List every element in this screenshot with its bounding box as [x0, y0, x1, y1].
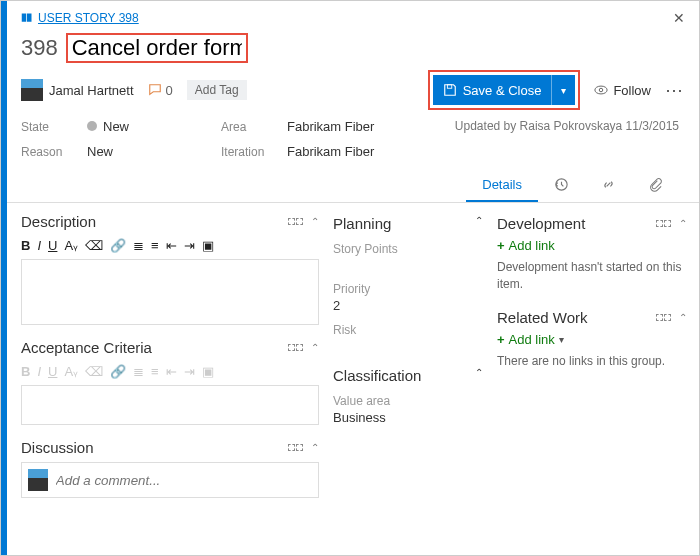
risk-label: Risk: [333, 323, 483, 337]
book-icon: [21, 12, 33, 24]
breadcrumb[interactable]: USER STORY 398: [21, 11, 139, 25]
link-tool-icon[interactable]: 🔗: [110, 364, 126, 379]
title-input[interactable]: [72, 35, 242, 61]
link-tool-icon[interactable]: 🔗: [110, 238, 126, 253]
more-actions-button[interactable]: ⋯: [665, 79, 685, 101]
svg-rect-1: [27, 14, 32, 22]
svg-point-3: [595, 86, 607, 94]
underline-icon[interactable]: U: [48, 364, 57, 379]
development-add-link[interactable]: + Add link: [497, 238, 687, 253]
bold-icon[interactable]: B: [21, 238, 30, 253]
font-icon[interactable]: Aᵧ: [64, 364, 78, 379]
indent-icon[interactable]: ⇥: [184, 364, 195, 379]
discussion-header: Discussion ⌃: [21, 439, 319, 456]
assignee[interactable]: Jamal Hartnett: [21, 79, 134, 101]
acceptance-editor[interactable]: [21, 385, 319, 425]
value-area-label: Value area: [333, 394, 483, 408]
discussion-input[interactable]: [56, 473, 312, 488]
related-add-link[interactable]: + Add link ▾: [497, 332, 687, 347]
outdent-icon[interactable]: ⇤: [166, 364, 177, 379]
assignee-name: Jamal Hartnett: [49, 83, 134, 98]
work-item-id: 398: [21, 35, 58, 61]
close-icon[interactable]: ✕: [673, 10, 685, 26]
story-points-label: Story Points: [333, 242, 483, 256]
updated-by-text: Updated by Raisa Pokrovskaya 11/3/2015: [455, 119, 679, 133]
iteration-value[interactable]: Fabrikam Fiber: [287, 144, 374, 159]
description-toolbar[interactable]: B I U Aᵧ ⌫ 🔗 ≣ ≡ ⇤ ⇥ ▣: [21, 236, 319, 255]
related-empty-text: There are no links in this group.: [497, 353, 687, 370]
development-header: Development ⌃: [497, 215, 687, 232]
acceptance-toolbar[interactable]: B I U Aᵧ ⌫ 🔗 ≣ ≡ ⇤ ⇥ ▣: [21, 362, 319, 381]
area-label: Area: [221, 120, 269, 134]
priority-value[interactable]: 2: [333, 298, 483, 313]
comments-indicator[interactable]: 0: [148, 83, 173, 98]
comment-count: 0: [166, 83, 173, 98]
tab-history[interactable]: [538, 169, 585, 202]
tab-attachments[interactable]: [632, 169, 679, 202]
link-icon: [601, 177, 616, 192]
follow-button[interactable]: Follow: [594, 83, 651, 98]
svg-point-4: [600, 88, 604, 92]
chevron-down-icon: ▾: [559, 334, 564, 345]
bold-icon[interactable]: B: [21, 364, 30, 379]
add-tag-button[interactable]: Add Tag: [187, 80, 247, 100]
number-list-icon[interactable]: ≡: [151, 364, 159, 379]
collapse-icon[interactable]: ⌃: [475, 367, 483, 384]
tab-links[interactable]: [585, 169, 632, 202]
save-icon: [443, 83, 457, 97]
reason-label: Reason: [21, 145, 69, 159]
plus-icon: +: [497, 238, 505, 253]
image-icon[interactable]: ▣: [202, 238, 214, 253]
indent-icon[interactable]: ⇥: [184, 238, 195, 253]
avatar: [21, 79, 43, 101]
state-label: State: [21, 120, 69, 134]
save-and-close-button[interactable]: Save & Close: [433, 75, 552, 105]
breadcrumb-link[interactable]: USER STORY 398: [38, 11, 139, 25]
outdent-icon[interactable]: ⇤: [166, 238, 177, 253]
plus-icon: +: [497, 332, 505, 347]
tab-details[interactable]: Details: [466, 169, 538, 202]
reason-value[interactable]: New: [87, 144, 113, 159]
clear-format-icon[interactable]: ⌫: [85, 364, 103, 379]
bullet-list-icon[interactable]: ≣: [133, 238, 144, 253]
collapse-icon[interactable]: ⌃: [311, 442, 319, 453]
image-icon[interactable]: ▣: [202, 364, 214, 379]
number-list-icon[interactable]: ≡: [151, 238, 159, 253]
description-header: Description ⌃: [21, 213, 319, 230]
state-dot-icon: [87, 121, 97, 131]
svg-rect-0: [22, 14, 27, 22]
italic-icon[interactable]: I: [37, 238, 41, 253]
eye-icon: [594, 83, 608, 97]
save-button-label: Save & Close: [463, 83, 542, 98]
state-value[interactable]: New: [87, 119, 129, 134]
priority-label: Priority: [333, 282, 483, 296]
avatar: [28, 469, 48, 491]
development-empty-text: Development hasn't started on this item.: [497, 259, 687, 293]
classification-header: Classification: [333, 367, 421, 384]
italic-icon[interactable]: I: [37, 364, 41, 379]
save-dropdown-button[interactable]: ▾: [551, 75, 575, 105]
collapse-icon[interactable]: ⌃: [475, 215, 483, 232]
collapse-icon[interactable]: ⌃: [679, 312, 687, 323]
iteration-label: Iteration: [221, 145, 269, 159]
font-icon[interactable]: Aᵧ: [64, 238, 78, 253]
discussion-input-wrap[interactable]: [21, 462, 319, 498]
collapse-icon[interactable]: ⌃: [311, 342, 319, 353]
underline-icon[interactable]: U: [48, 238, 57, 253]
comment-icon: [148, 83, 162, 97]
follow-label: Follow: [613, 83, 651, 98]
area-value[interactable]: Fabrikam Fiber: [287, 119, 374, 134]
collapse-icon[interactable]: ⌃: [311, 216, 319, 227]
acceptance-header: Acceptance Criteria ⌃: [21, 339, 319, 356]
history-icon: [554, 177, 569, 192]
bullet-list-icon[interactable]: ≣: [133, 364, 144, 379]
related-header: Related Work ⌃: [497, 309, 687, 326]
description-editor[interactable]: [21, 259, 319, 325]
clear-format-icon[interactable]: ⌫: [85, 238, 103, 253]
attachment-icon: [648, 177, 663, 192]
planning-header: Planning: [333, 215, 391, 232]
value-area-value[interactable]: Business: [333, 410, 483, 425]
collapse-icon[interactable]: ⌃: [679, 218, 687, 229]
